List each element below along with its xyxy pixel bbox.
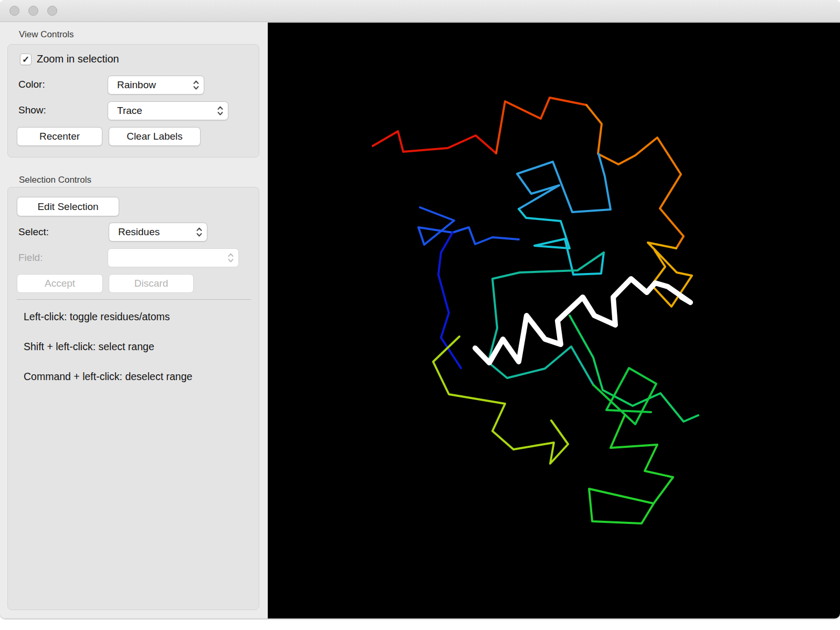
instruction-shift-click: Shift + left-click: select range	[24, 341, 154, 353]
protein-trace	[268, 23, 840, 618]
chevron-up-down-icon	[214, 104, 226, 117]
minimize-window-button[interactable]	[28, 6, 38, 16]
clear-labels-button[interactable]: Clear Labels	[109, 127, 201, 146]
color-label: Color:	[18, 79, 45, 90]
zoom-in-selection-checkbox[interactable]: ✓	[20, 54, 32, 65]
recenter-button[interactable]: Recenter	[17, 127, 102, 146]
trace-segment-cyan	[519, 209, 604, 275]
trace-segment-spring-green	[570, 316, 698, 422]
field-label: Field:	[18, 252, 43, 264]
close-window-button[interactable]	[9, 6, 19, 16]
show-dropdown[interactable]: Trace	[108, 101, 228, 120]
zoom-in-selection-label[interactable]: Zoom in selection	[37, 53, 119, 65]
color-dropdown[interactable]: Rainbow	[108, 76, 204, 94]
accept-button: Accept	[17, 274, 103, 293]
color-dropdown-value: Rainbow	[108, 79, 190, 91]
edit-selection-button[interactable]: Edit Selection	[17, 197, 119, 216]
molecule-viewport[interactable]	[268, 23, 840, 618]
discard-button: Discard	[109, 274, 194, 293]
titlebar[interactable]	[0, 0, 840, 22]
chevron-up-down-icon	[225, 251, 236, 264]
select-dropdown-value: Residues	[109, 226, 193, 238]
trace-segment-teal	[488, 253, 604, 385]
trace-segment-red	[373, 131, 496, 153]
instruction-command-click: Command + left-click: deselect range	[24, 371, 192, 383]
trace-segment-orange	[586, 105, 684, 248]
selection-controls-title: Selection Controls	[19, 175, 91, 185]
trace-segment-green	[589, 415, 673, 523]
control-sidebar: View Controls ✓ Zoom in selection Color:…	[0, 23, 268, 618]
checkmark-icon: ✓	[22, 55, 29, 64]
field-dropdown	[108, 248, 239, 267]
window-controls	[9, 6, 57, 16]
trace-segment-orange-red	[496, 98, 586, 153]
app-window: View Controls ✓ Zoom in selection Color:…	[0, 0, 840, 618]
trace-segment-sky-blue	[517, 154, 611, 212]
select-dropdown[interactable]: Residues	[109, 223, 207, 242]
trace-segment-dark-blue	[438, 233, 461, 368]
divider	[17, 299, 251, 300]
show-label: Show:	[18, 104, 46, 116]
chevron-up-down-icon	[193, 226, 205, 238]
zoom-window-button[interactable]	[47, 6, 57, 16]
trace-segment-blue	[418, 207, 519, 245]
chevron-up-down-icon	[190, 79, 202, 91]
select-label: Select:	[18, 226, 49, 238]
view-controls-title: View Controls	[19, 29, 74, 40]
show-dropdown-value: Trace	[108, 105, 214, 117]
instruction-left-click: Left-click: toggle residues/atoms	[24, 311, 170, 323]
